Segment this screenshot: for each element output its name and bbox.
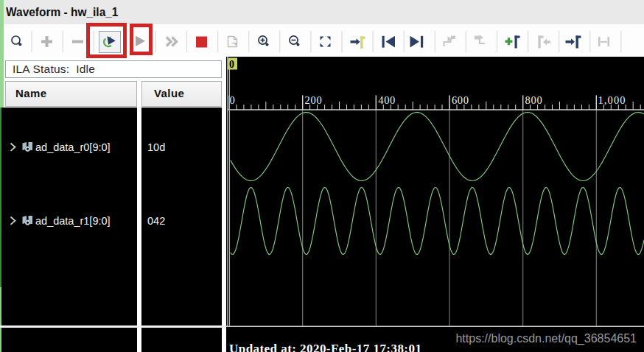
svg-text:400: 400 bbox=[378, 94, 396, 106]
svg-text:0: 0 bbox=[229, 59, 234, 70]
svg-text:https://blog.csdn.net/qq_36854: https://blog.csdn.net/qq_36854651 bbox=[455, 332, 637, 345]
svg-text:600: 600 bbox=[452, 94, 469, 106]
svg-text:Updated at: 2020-Feb-17 17:38:: Updated at: 2020-Feb-17 17:38:01 bbox=[229, 342, 421, 352]
svg-text:1,000: 1,000 bbox=[598, 94, 626, 106]
svg-text:800: 800 bbox=[525, 94, 543, 106]
svg-text:200: 200 bbox=[305, 94, 323, 106]
svg-text:0: 0 bbox=[230, 94, 236, 106]
